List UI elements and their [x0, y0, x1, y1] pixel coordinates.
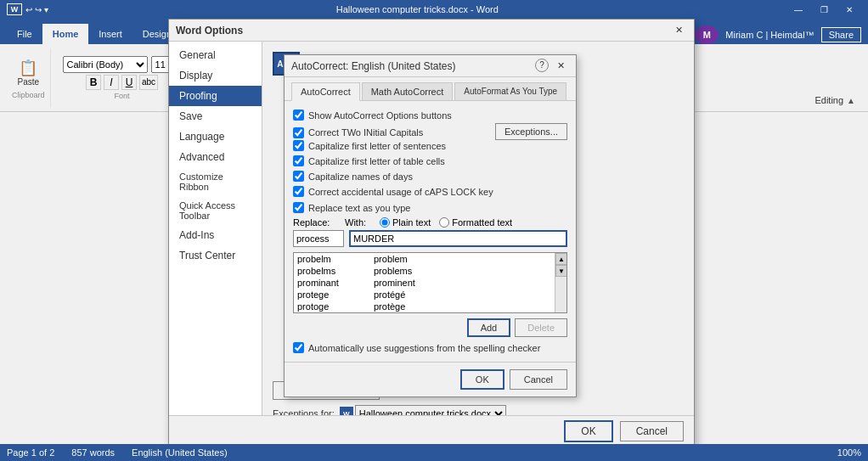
- list-item[interactable]: protege protégé: [294, 289, 566, 301]
- exceptions-label: Exceptions for:: [273, 408, 335, 415]
- cb-two-initials-label: Correct TWo INitial Capitals: [308, 127, 423, 138]
- share-button[interactable]: Share: [821, 27, 861, 42]
- exceptions-btn[interactable]: Exceptions...: [495, 123, 567, 140]
- cb-capitalize-sentences-input[interactable]: [293, 140, 304, 151]
- nav-language[interactable]: Language: [169, 126, 262, 147]
- replace-label: Replace:: [293, 217, 340, 228]
- word-options-title: Word Options: [176, 25, 243, 37]
- word-icon: W: [7, 3, 22, 15]
- cb-caps-lock: Correct accidental usage of cAPS LOCK ke…: [293, 186, 567, 197]
- ac-cancel-btn[interactable]: Cancel: [510, 369, 567, 390]
- ac-list: probelm problem probelms problems promin…: [294, 253, 566, 312]
- word-options-cancel-btn[interactable]: Cancel: [620, 421, 684, 441]
- radio-formatted-label: Formatted text: [439, 217, 512, 228]
- bold-btn[interactable]: B: [86, 75, 101, 90]
- replace-input[interactable]: [293, 230, 344, 247]
- editing-mode-badge: Editing ▲: [814, 95, 855, 105]
- ac-content: Show AutoCorrect Options buttons Correct…: [285, 101, 576, 362]
- cb-show-options-input[interactable]: [293, 110, 304, 121]
- radio-plain-input[interactable]: [380, 217, 390, 228]
- nav-display[interactable]: Display: [169, 65, 262, 86]
- nav-quick-access[interactable]: Quick Access Toolbar: [169, 196, 262, 225]
- ac-auto-suggest: Automatically use suggestions from the s…: [293, 342, 567, 353]
- radio-plain-text: Plain text: [392, 217, 431, 228]
- status-bar-right: 100%: [837, 447, 861, 458]
- font-family-select[interactable]: Calibri (Body): [63, 56, 148, 73]
- word-options-close-btn[interactable]: ✕: [670, 23, 687, 38]
- underline-btn[interactable]: U: [121, 75, 137, 90]
- ac-ok-btn[interactable]: OK: [460, 369, 504, 390]
- scroll-down-btn[interactable]: ▼: [555, 265, 567, 277]
- italic-btn[interactable]: I: [104, 75, 119, 90]
- scroll-up-btn[interactable]: ▲: [555, 253, 567, 265]
- nav-trust-center[interactable]: Trust Center: [169, 245, 262, 266]
- cb-capitalize-days: Capitalize names of days: [293, 171, 567, 182]
- word-options-ok-btn[interactable]: OK: [564, 420, 612, 442]
- ac-tab-autocorrect[interactable]: AutoCorrect: [291, 82, 360, 101]
- font-label: Font: [115, 92, 130, 100]
- editing-mode-label: Editing: [814, 95, 843, 105]
- cb-capitalize-table-input[interactable]: [293, 155, 304, 166]
- ac-help-btn[interactable]: ?: [535, 59, 549, 72]
- word-logo: W ↩ ↪ ▾: [7, 3, 48, 15]
- font-controls: Calibri (Body) 11: [63, 56, 182, 73]
- paste-icon: 📋: [19, 59, 37, 77]
- radio-group: Plain text Formatted text: [380, 217, 512, 228]
- status-bar: Page 1 of 2 857 words English (United St…: [0, 444, 868, 461]
- editing-collapse-icon[interactable]: ▲: [847, 96, 855, 105]
- clipboard-label: Clipboard: [12, 91, 45, 99]
- nav-customize-ribbon[interactable]: Customize Ribbon: [169, 167, 262, 196]
- close-btn[interactable]: ✕: [837, 3, 861, 16]
- list-item[interactable]: probelms problems: [294, 265, 566, 277]
- tab-file[interactable]: File: [7, 24, 42, 44]
- ac-scrollbar[interactable]: ▲ ▼: [555, 253, 566, 312]
- word-count: 857 words: [71, 447, 115, 458]
- list-item[interactable]: prominant prominent: [294, 277, 566, 289]
- ac-close-btn[interactable]: ✕: [552, 59, 569, 74]
- tab-home[interactable]: Home: [42, 24, 89, 44]
- cb-caps-lock-label: Correct accidental usage of cAPS LOCK ke…: [308, 187, 493, 197]
- ac-inputs-row: [293, 230, 567, 247]
- word-options-title-bar: Word Options ✕: [169, 20, 694, 42]
- nav-proofing[interactable]: Proofing: [169, 86, 262, 106]
- nav-save[interactable]: Save: [169, 106, 262, 126]
- auto-suggest-input[interactable]: [293, 342, 304, 353]
- cb-replace-text-input[interactable]: [293, 202, 304, 213]
- add-btn[interactable]: Add: [467, 318, 511, 337]
- word-options-body: General Display Proofing Save Language A…: [169, 42, 694, 415]
- exceptions-select[interactable]: Halloween computer tricks.docx: [355, 405, 506, 415]
- minimize-btn[interactable]: —: [786, 3, 810, 16]
- word-options-dialog: Word Options ✕ General Display Proofing …: [168, 19, 695, 447]
- list-item[interactable]: protoge protège: [294, 301, 566, 312]
- nav-add-ins[interactable]: Add-Ins: [169, 225, 262, 245]
- paste-btn[interactable]: 📋 Paste: [13, 56, 43, 89]
- cb-caps-lock-input[interactable]: [293, 186, 304, 197]
- autocorrect-dialog: AutoCorrect: English (United States) ? ✕…: [284, 54, 577, 397]
- with-label: With:: [345, 217, 370, 228]
- word-icon-small: W: [340, 407, 353, 415]
- cb-two-initials-input[interactable]: [293, 127, 304, 138]
- ac-add-delete-row: Add Delete: [293, 318, 567, 337]
- cb-two-initials: Correct TWo INitial Capitals: [293, 127, 423, 138]
- nav-general[interactable]: General: [169, 45, 262, 65]
- cb-capitalize-table-label: Capitalize first letter of table cells: [308, 156, 445, 166]
- ac-tabs: AutoCorrect Math AutoCorrect AutoFormat …: [285, 77, 576, 101]
- font-format-btns: B I U abc: [86, 75, 158, 90]
- with-input[interactable]: [349, 230, 567, 247]
- ac-tab-autoformat[interactable]: AutoFormat As You Type: [454, 82, 566, 100]
- radio-formatted-input[interactable]: [439, 217, 449, 228]
- options-content: ABC Change how Word corrects and formats…: [262, 42, 694, 415]
- cb-capitalize-days-input[interactable]: [293, 171, 304, 182]
- ac-footer: OK Cancel: [285, 362, 576, 396]
- nav-advanced[interactable]: Advanced: [169, 147, 262, 167]
- ac-tab-math[interactable]: Math AutoCorrect: [362, 82, 454, 100]
- strikethrough-btn[interactable]: abc: [139, 75, 158, 90]
- title-bar-title: Halloween computer tricks.docx - Word: [48, 4, 786, 14]
- cb-capitalize-sentences-label: Capitalize first letter of sentences: [308, 141, 446, 151]
- list-item[interactable]: probelm problem: [294, 253, 566, 265]
- replace-with-header: Replace: With: Plain text Formatted text: [293, 217, 567, 228]
- tab-insert[interactable]: Insert: [88, 24, 132, 44]
- restore-btn[interactable]: ❐: [812, 3, 836, 16]
- user-area: M Miriam C | Heimdal™ Share: [695, 25, 868, 44]
- delete-btn[interactable]: Delete: [515, 318, 567, 337]
